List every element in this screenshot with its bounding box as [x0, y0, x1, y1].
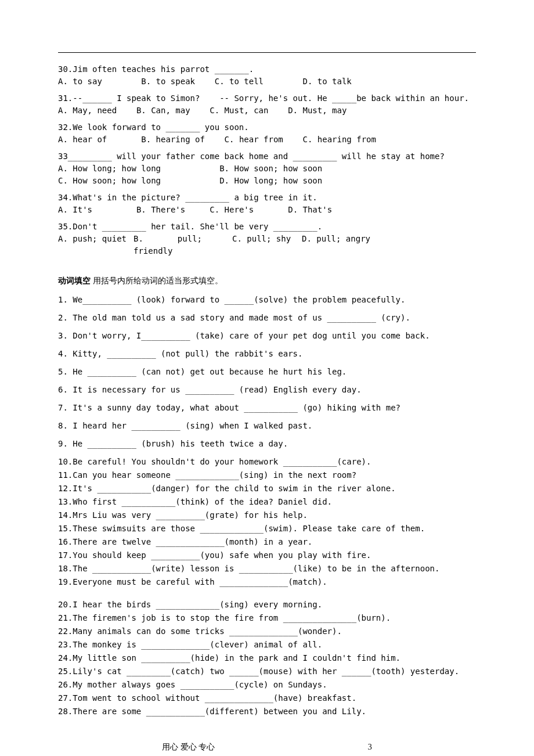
mc-q34: 34.What's in the picture? _________ a bi…: [58, 192, 476, 216]
mc-q32: 32.We look forward to _______ you soon. …: [58, 121, 476, 146]
opt-d: D. How long; how soon: [219, 176, 322, 185]
opt-a: A. to say: [58, 77, 102, 86]
opt-c: C. to tell: [215, 77, 264, 86]
mc-q35: 35.Don't _________ her tail. She'll be v…: [58, 221, 476, 257]
opt-a: A. It's: [58, 205, 92, 214]
mc-stem: 31.--______ I speak to Simon? -- Sorry, …: [58, 92, 476, 105]
opt-d: D. to talk: [302, 77, 351, 86]
opt-b: B. to speak: [141, 77, 195, 86]
opt-a: A. push; quiet: [58, 233, 134, 257]
opt-b: B. pull; friendly: [134, 233, 232, 257]
opt-d: C. hearing from: [302, 135, 376, 144]
fill-item: 18.The ____________(write) lesson is ___…: [58, 563, 476, 575]
section-title: 动词填空 用括号内所给动词的适当形式填空。: [58, 275, 476, 287]
mc-stem: 30.Jim often teaches his parrot _______.: [58, 63, 476, 75]
opt-b: B. How soon; how soon: [219, 164, 322, 173]
fill-block-tight-2: 20.I hear the birds _____________(sing) …: [58, 599, 476, 718]
fill-item: 21.The firemen's job is to stop the fire…: [58, 612, 476, 624]
fill-item: 25.Lily's cat _________(catch) two _____…: [58, 665, 476, 678]
fill-item: 5. He __________ (can not) get out becau…: [58, 366, 476, 378]
mc-stem: 35.Don't _________ her tail. She'll be v…: [58, 221, 476, 233]
opt-c: C. How soon; how long: [58, 176, 161, 185]
fill-item: 16.There are twelve ______________(month…: [58, 536, 476, 548]
mc-q30: 30.Jim often teaches his parrot _______.…: [58, 63, 476, 88]
fill-block-spaced: 1. We__________ (look) forward to ______…: [58, 294, 476, 450]
fill-item: 24.My little son __________(hide) in the…: [58, 652, 476, 664]
fill-item: 17.You should keep __________(you) safe …: [58, 549, 476, 561]
mc-q33: 33_________ will your father come back h…: [58, 150, 476, 187]
footer: 用心 爱心 专心 3: [58, 741, 476, 753]
fill-block-tight-1: 10.Be careful! You shouldn't do your hom…: [58, 456, 476, 588]
fill-item: 26.My mother always goes ___________(cyc…: [58, 679, 476, 691]
fill-item: 12.It's ___________(danger) for the chil…: [58, 483, 476, 495]
fill-item: 1. We__________ (look) forward to ______…: [58, 294, 476, 306]
page-number: 3: [368, 741, 372, 753]
mc-options: A. May, need B. Can, may C. Must, can D.…: [58, 105, 476, 117]
mc-q31: 31.--______ I speak to Simon? -- Sorry, …: [58, 92, 476, 117]
mc-stem: 33_________ will your father come back h…: [58, 150, 476, 163]
mc-stem: 32.We look forward to _______ you soon.: [58, 121, 476, 134]
fill-item: 7. It's a sunny day today, what about __…: [58, 402, 476, 414]
opt-c: C. Here's: [210, 205, 254, 214]
fill-item: 3. Don't worry, I__________ (take) care …: [58, 330, 476, 342]
opt-b: B. There's: [136, 205, 185, 214]
mc-options-row2: C. How soon; how long D. How long; how s…: [58, 175, 476, 187]
opt-d: D. pull; angry: [302, 233, 370, 257]
fill-item: 4. Kitty, __________ (not pull) the rabb…: [58, 348, 476, 360]
fill-item: 20.I hear the birds _____________(sing) …: [58, 599, 476, 611]
fill-item: 23.The monkey is ______________(clever) …: [58, 639, 476, 651]
mc-options: A. to say B. to speak C. to tell D. to t…: [58, 75, 476, 88]
opt-b: B. hearing of: [141, 135, 205, 144]
fill-item: 9. He __________ (brush) his teeth twice…: [58, 438, 476, 450]
section-title-rest: 用括号内所给动词的适当形式填空。: [91, 276, 223, 285]
opt-c: C. hear from: [225, 135, 283, 144]
fill-item: 27.Tom went to school without __________…: [58, 692, 476, 704]
footer-text: 用心 爱心 专心: [162, 743, 215, 751]
opt-d: D. Must, may: [288, 106, 347, 115]
mc-options: A. It's B. There's C. Here's D. That's: [58, 204, 476, 216]
fill-item: 8. I heard her __________ (sing) when I …: [58, 420, 476, 432]
fill-item: 2. The old man told us a sad story and m…: [58, 312, 476, 324]
mc-options: A. hear of B. hearing of C. hear from C.…: [58, 134, 476, 146]
mc-stem: 34.What's in the picture? _________ a bi…: [58, 192, 476, 204]
opt-d: D. That's: [288, 205, 332, 214]
opt-a: A. hear of: [58, 135, 107, 144]
opt-b: B. Can, may: [136, 106, 190, 115]
fill-item: 11.Can you hear someone _____________(si…: [58, 469, 476, 481]
fill-item: 19.Everyone must be careful with _______…: [58, 576, 476, 588]
opt-c: C. Must, can: [210, 106, 268, 115]
fill-item: 14.Mrs Liu was very __________(grate) fo…: [58, 509, 476, 521]
opt-a: A. May, need: [58, 106, 117, 115]
fill-item: 13.Who first ___________(think) of the i…: [58, 496, 476, 508]
mc-options: A. push; quiet B. pull; friendly C. pull…: [58, 233, 476, 257]
fill-item: 10.Be careful! You shouldn't do your hom…: [58, 456, 476, 468]
fill-item: 28.There are some ____________(different…: [58, 705, 476, 718]
section-title-bold: 动词填空: [58, 276, 91, 285]
mc-options-row1: A. How long; how long B. How soon; how s…: [58, 163, 476, 175]
fill-item: 6. It is necessary for us __________ (re…: [58, 384, 476, 396]
top-rule: [58, 52, 476, 53]
spacer: [58, 589, 476, 597]
opt-c: C. pull; shy: [232, 233, 302, 257]
opt-a: A. How long; how long: [58, 164, 161, 173]
fill-item: 22.Many animals can do some tricks _____…: [58, 625, 476, 638]
fill-item: 15.These swimsuits are those ___________…: [58, 523, 476, 535]
